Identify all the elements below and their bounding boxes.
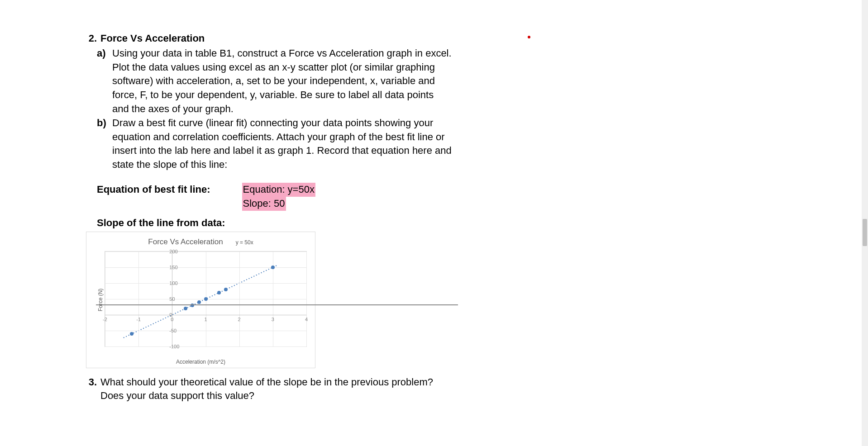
chart-data-point <box>224 288 228 291</box>
chart-y-tick: -100 <box>169 344 179 349</box>
chart-y-tick: -50 <box>169 328 176 333</box>
chart-x-tick: 1 <box>204 317 207 322</box>
chart-gridline-vertical <box>306 251 307 346</box>
chart-y-tick: 100 <box>169 280 177 286</box>
question-number: 2. <box>81 32 100 46</box>
chart-data-point <box>184 307 187 310</box>
chart-y-axis <box>172 251 172 346</box>
vertical-scrollbar-thumb[interactable] <box>863 219 867 246</box>
vertical-scrollbar-track[interactable] <box>862 0 868 446</box>
chart-y-tick: 150 <box>169 265 177 270</box>
slope-from-data-label: Slope of the line from data: <box>97 217 453 229</box>
chart-x-axis-label: Acceleration (m/s^2) <box>86 359 315 365</box>
part-a: a) Using your data in table B1, construc… <box>97 47 453 116</box>
chart-x-tick: -1 <box>136 317 141 322</box>
chart-data-point <box>197 300 201 304</box>
chart-trend-label: y = 50x <box>236 239 253 246</box>
slope-answer: Slope: 50 <box>242 197 286 211</box>
chart-plot-area: -2-101234-100-50050100150200 <box>105 251 307 347</box>
part-b: b) Draw a best fit curve (linear fit) co… <box>97 116 453 172</box>
part-a-letter: a) <box>97 47 112 116</box>
question-number: 3. <box>81 375 100 403</box>
chart-x-tick: 2 <box>238 317 241 322</box>
equation-label: Equation of best fit line: <box>97 183 210 195</box>
chart-data-point <box>217 291 221 294</box>
question-3: 3. What should your theoretical value of… <box>81 375 453 403</box>
part-a-text: Using your data in table B1, construct a… <box>112 47 453 116</box>
chart-y-tick: 200 <box>169 249 177 254</box>
annotation-dot-icon <box>528 36 530 38</box>
chart-x-axis <box>105 315 306 315</box>
equation-answer: Equation: y=50x <box>242 183 315 197</box>
chart-data-point <box>204 297 208 301</box>
chart-gridline-horizontal <box>105 251 306 252</box>
chart-data-point <box>271 266 275 269</box>
chart-title-row: Force Vs Acceleration y = 50x <box>86 237 315 247</box>
chart-gridline-horizontal <box>105 267 306 268</box>
chart-container: Force Vs Acceleration y = 50x Force (N) … <box>86 232 315 368</box>
chart-gridline-horizontal <box>105 283 306 284</box>
chart-gridline-horizontal <box>105 331 306 331</box>
chart-x-tick: 3 <box>272 317 274 322</box>
equation-row: Equation of best fit line: Equation: y=5… <box>97 183 453 211</box>
chart-title: Force Vs Acceleration <box>148 237 223 247</box>
question-3-text: What should your theoretical value of th… <box>100 375 453 403</box>
part-b-text: Draw a best fit curve (linear fit) conne… <box>112 116 453 172</box>
chart-x-tick: -2 <box>103 317 107 322</box>
horizontal-rule <box>96 304 458 305</box>
equation-answer-box: Equation: y=50x Slope: 50 <box>242 183 315 211</box>
part-b-letter: b) <box>97 116 112 172</box>
question-2-body: a) Using your data in table B1, construc… <box>97 47 453 172</box>
chart-x-tick: 4 <box>305 317 308 322</box>
chart-data-point <box>130 332 134 336</box>
question-2-header: 2. Force Vs Acceleration <box>81 32 453 46</box>
question-title: Force Vs Acceleration <box>100 32 205 46</box>
chart-gridline-horizontal <box>105 346 306 347</box>
document-page: 2. Force Vs Acceleration a) Using your d… <box>81 32 453 403</box>
chart-y-axis-label: Force (N) <box>97 288 104 311</box>
